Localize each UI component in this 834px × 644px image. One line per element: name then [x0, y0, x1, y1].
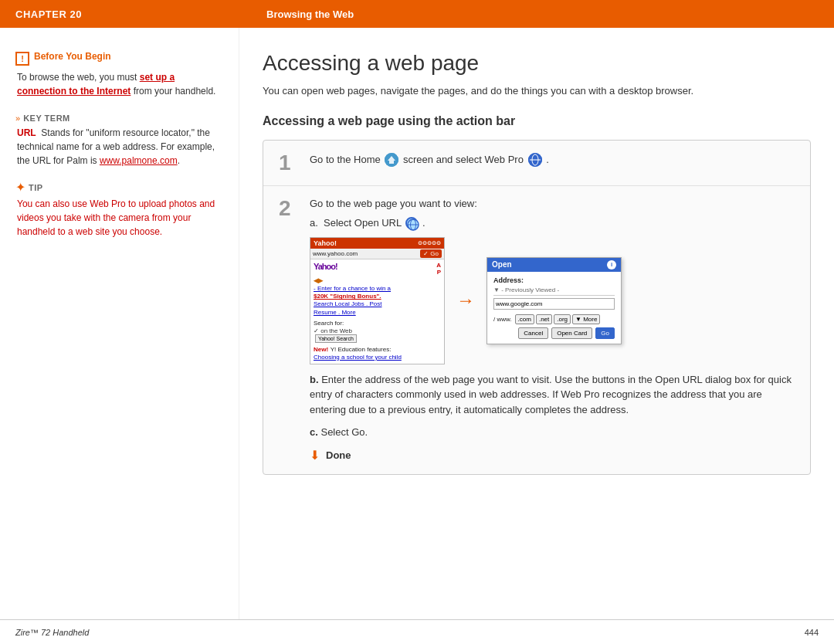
net-button[interactable]: .net [536, 314, 552, 324]
steps-box: 1 Go to the Home screen and select Web P… [263, 140, 811, 475]
before-you-begin-section: ! Before You Begin To browse the web, yo… [15, 51, 223, 98]
tip-label: Tip [29, 183, 43, 192]
more-button[interactable]: ▼ More [572, 314, 600, 324]
tip-asterisk-icon: ✦ [15, 181, 25, 194]
chapter-label: CHAPTER 20 [0, 8, 251, 20]
arrow-right-icon: → [456, 290, 475, 311]
webpro-icon [528, 153, 542, 167]
header-bar: CHAPTER 20 Browsing the Web [0, 0, 834, 28]
tip-header: ✦ Tip [15, 181, 223, 194]
dialog-go-button[interactable]: Go [595, 327, 615, 339]
setup-link[interactable]: set up a connection to the Internet [17, 72, 175, 97]
sub-item-c: c. Select Go. [310, 425, 795, 440]
section-heading: Accessing a web page using the action ba… [263, 114, 811, 128]
open-url-dialog: Open i Address: ▼ - Previously Viewed - … [486, 257, 622, 344]
key-term-label: Key Term [23, 114, 70, 123]
main-layout: ! Before You Begin To browse the web, yo… [0, 28, 834, 619]
dialog-address-label: Address: [493, 276, 615, 284]
yahoo-search-button[interactable]: Yahoo! Search [315, 334, 357, 343]
dialog-action-row: Cancel Open Card Go [493, 327, 615, 339]
phone-screenshot: Yahoo! ⊙⊙⊙⊙⊙ www.yahoo.com ✓ Go [310, 237, 445, 364]
chevron-icon: » [15, 114, 20, 123]
step-1-row: 1 Go to the Home screen and select Web P… [263, 141, 810, 186]
dialog-info-icon[interactable]: i [607, 260, 616, 269]
phone-link-school[interactable]: Choosing a school for your child [314, 353, 441, 361]
main-content: Accessing a web page You can open web pa… [239, 28, 834, 619]
tip-section: ✦ Tip You can also use Web Pro to upload… [15, 181, 223, 239]
done-arrow-icon: ⬇ [310, 448, 320, 463]
dialog-prev-viewed[interactable]: ▼ - Previously Viewed - [493, 286, 615, 296]
dialog-titlebar: Open i [487, 258, 621, 272]
home-icon [385, 153, 398, 167]
done-label: Done [326, 449, 351, 461]
step-2-text: Go to the web page you want to view: [310, 198, 795, 209]
key-term-header: » Key Term [15, 114, 223, 123]
sub-item-b: b. Enter the address of the web page you… [310, 372, 795, 418]
section-title: Browsing the Web [251, 8, 834, 20]
footer: Zire™ 72 Handheld 444 [0, 619, 834, 644]
step-1-number: 1 [279, 152, 310, 174]
com-button[interactable]: .com [515, 314, 534, 324]
footer-page-number: 444 [805, 628, 819, 637]
key-term-body: URL Stands for "uniform resource locator… [15, 126, 223, 168]
sub-c-text: c. Select Go. [310, 425, 795, 440]
sub-b-text: b. Enter the address of the web page you… [310, 372, 795, 418]
phone-link-enter[interactable]: - Enter for a chance to win a [314, 284, 441, 293]
sub-item-a: a. Select Open URL . [310, 217, 795, 364]
step-1-content: Go to the Home screen and select Web Pro… [310, 152, 795, 174]
url-term: URL [17, 127, 36, 138]
open-card-button[interactable]: Open Card [551, 327, 592, 339]
done-row: ⬇ Done [310, 448, 795, 463]
key-term-section: » Key Term URL Stands for "uniform resou… [15, 114, 223, 168]
globe-icon [405, 217, 418, 229]
phone-search-row: Search for: [314, 320, 441, 327]
dialog-prefix-row: / www. .com .net .org ▼ More [493, 314, 615, 324]
yahoo-logo: Yahoo! [314, 262, 337, 276]
page-intro: You can open web pages, navigate the pag… [263, 83, 811, 99]
step-2-content: Go to the web page you want to view: a. … [310, 198, 795, 463]
exclamation-icon: ! [15, 52, 29, 66]
footer-product: Zire™ 72 Handheld [15, 628, 89, 637]
sidebar: ! Before You Begin To browse the web, yo… [0, 28, 239, 619]
phone-body: Yahoo! A P ◀▶ - Enter for a chance t [310, 259, 444, 364]
sub-a-label: a. Select Open URL . [310, 217, 795, 230]
new-tag: New! [314, 346, 328, 353]
step-2-number: 2 [279, 198, 310, 219]
phone-urlbar: www.yahoo.com ✓ Go [310, 249, 444, 259]
step-1-text: Go to the Home screen and select Web Pro… [310, 152, 795, 168]
phone-titlebar: Yahoo! ⊙⊙⊙⊙⊙ [310, 238, 444, 249]
step-2-row: 2 Go to the web page you want to view: a… [263, 186, 810, 474]
phone-go-btn[interactable]: ✓ Go [420, 249, 442, 258]
phone-link-jobs[interactable]: Search Local Jobs . Post [314, 300, 441, 308]
before-begin-text: To browse the web, you must set up a con… [15, 70, 223, 98]
dialog-body: Address: ▼ - Previously Viewed - / www. … [487, 272, 621, 344]
dialog-url-input[interactable] [493, 298, 615, 310]
org-button[interactable]: .org [554, 314, 571, 324]
tip-body: You can also use Web Pro to upload photo… [15, 197, 223, 239]
phone-link-bonus[interactable]: $20K "Signing Bonus". [314, 293, 381, 300]
exclamation-header: ! Before You Begin [15, 51, 223, 66]
cancel-button[interactable]: Cancel [518, 327, 548, 339]
before-begin-label: Before You Begin [34, 51, 111, 62]
page-title: Accessing a web page [263, 51, 811, 76]
screenshots-row: Yahoo! ⊙⊙⊙⊙⊙ www.yahoo.com ✓ Go [310, 237, 795, 364]
phone-link-resume[interactable]: Resume . More [314, 308, 441, 317]
palmone-link[interactable]: www.palmone.com [100, 155, 178, 166]
